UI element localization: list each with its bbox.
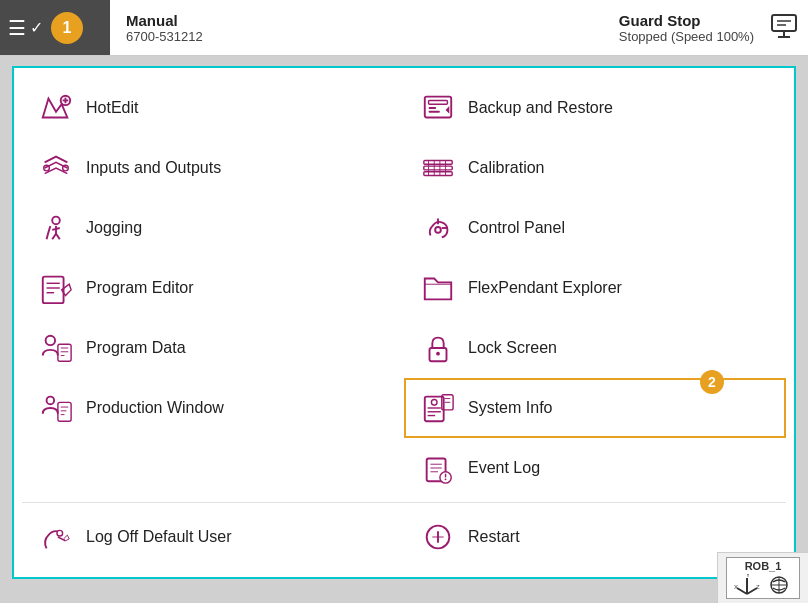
svg-point-37 xyxy=(47,397,55,405)
system-info-label: System Info xyxy=(468,399,552,417)
menu-item-program-editor[interactable]: Program Editor xyxy=(22,258,404,318)
log-off-label: Log Off Default User xyxy=(86,528,232,546)
svg-rect-10 xyxy=(429,107,437,109)
production-window-label: Production Window xyxy=(86,399,224,417)
footer: ROB_1 Y X Z xyxy=(717,552,808,603)
svg-rect-38 xyxy=(58,402,71,421)
menu-separator xyxy=(22,502,786,503)
svg-rect-31 xyxy=(58,344,71,361)
system-info-icon xyxy=(420,390,456,426)
header-status-detail: Stopped (Speed 100%) xyxy=(619,29,754,44)
header-id: 6700-531212 xyxy=(126,29,587,44)
svg-rect-25 xyxy=(43,277,64,303)
menu-item-lock-screen[interactable]: Lock Screen xyxy=(404,318,786,378)
hotedit-label: HotEdit xyxy=(86,99,138,117)
jogging-label: Jogging xyxy=(86,219,142,237)
restart-label: Restart xyxy=(468,528,520,546)
svg-point-12 xyxy=(44,165,50,171)
menu-item-hotedit[interactable]: HotEdit xyxy=(22,78,404,138)
menu-item-control-panel[interactable]: Control Panel xyxy=(404,198,786,258)
svg-point-13 xyxy=(63,165,69,171)
menu-item-system-info[interactable]: System Info 2 xyxy=(404,378,786,438)
header-guard-stop: Guard Stop xyxy=(619,12,701,29)
header-status: Guard Stop Stopped (Speed 100%) xyxy=(603,12,770,44)
menu-item-backup-restore[interactable]: Backup and Restore xyxy=(404,78,786,138)
svg-rect-0 xyxy=(772,15,796,31)
svg-rect-9 xyxy=(429,100,448,104)
production-window-icon xyxy=(38,390,74,426)
menu-item-jogging[interactable]: Jogging xyxy=(22,198,404,258)
control-panel-label: Control Panel xyxy=(468,219,565,237)
svg-text:X: X xyxy=(734,584,738,590)
event-log-label: Event Log xyxy=(468,459,540,477)
svg-text:Y: Y xyxy=(746,574,750,578)
header-info: Manual 6700-531212 xyxy=(110,12,603,44)
program-data-label: Program Data xyxy=(86,339,186,357)
svg-rect-42 xyxy=(425,397,444,422)
system-info-badge: 2 xyxy=(700,370,724,394)
control-panel-icon xyxy=(420,210,456,246)
svg-line-62 xyxy=(737,588,747,594)
header: ☰ ✓ 1 Manual 6700-531212 Guard Stop Stop… xyxy=(0,0,808,56)
header-left: ☰ ✓ 1 xyxy=(0,0,110,55)
header-mode: Manual xyxy=(126,12,587,29)
svg-point-43 xyxy=(431,400,437,406)
inputs-outputs-label: Inputs and Outputs xyxy=(86,159,221,177)
calibration-icon xyxy=(420,150,456,186)
svg-text:Z: Z xyxy=(756,584,760,590)
svg-point-57 xyxy=(57,530,63,536)
chevron-down-icon[interactable]: ✓ xyxy=(30,18,43,37)
hotedit-icon xyxy=(38,90,74,126)
robot-axes-icon: Y X Z xyxy=(733,574,761,596)
lock-screen-icon xyxy=(420,330,456,366)
program-editor-icon xyxy=(38,270,74,306)
hamburger-icon[interactable]: ☰ xyxy=(8,16,26,40)
svg-point-22 xyxy=(435,227,441,233)
rob-container: ROB_1 Y X Z xyxy=(726,557,800,599)
event-log-icon xyxy=(420,450,456,486)
robot-motion-icon xyxy=(765,574,793,596)
flexpendant-explorer-icon xyxy=(420,270,456,306)
jogging-icon xyxy=(38,210,74,246)
bottom-row: Log Off Default User Restart xyxy=(22,507,786,567)
inputs-outputs-icon xyxy=(38,150,74,186)
flexpendant-explorer-label: FlexPendant Explorer xyxy=(468,279,622,297)
lock-screen-label: Lock Screen xyxy=(468,339,557,357)
program-data-icon xyxy=(38,330,74,366)
menu-item-production-window[interactable]: Production Window xyxy=(22,378,404,438)
menu-item-program-data[interactable]: Program Data xyxy=(22,318,404,378)
rob-label: ROB_1 xyxy=(745,560,782,572)
calibration-label: Calibration xyxy=(468,159,544,177)
restart-icon xyxy=(420,519,456,555)
svg-point-21 xyxy=(52,217,60,225)
svg-point-30 xyxy=(46,336,55,345)
svg-point-53 xyxy=(445,478,447,480)
program-editor-label: Program Editor xyxy=(86,279,194,297)
main-menu: HotEdit Backup and Restore Inputs xyxy=(12,66,796,579)
backup-restore-icon xyxy=(420,90,456,126)
menu-item-inputs-outputs[interactable]: Inputs and Outputs xyxy=(22,138,404,198)
menu-item-calibration[interactable]: Calibration xyxy=(404,138,786,198)
rob-icons: Y X Z xyxy=(733,574,793,596)
menu-item-event-log[interactable]: Event Log xyxy=(404,438,786,498)
svg-rect-11 xyxy=(429,111,440,113)
user-badge[interactable]: 1 xyxy=(51,12,83,44)
menu-item-flexpendant-explorer[interactable]: FlexPendant Explorer xyxy=(404,258,786,318)
log-off-icon xyxy=(38,519,74,555)
svg-point-36 xyxy=(436,352,440,356)
network-icon xyxy=(770,11,798,45)
svg-point-51 xyxy=(440,472,451,483)
backup-restore-label: Backup and Restore xyxy=(468,99,613,117)
menu-item-log-off[interactable]: Log Off Default User xyxy=(22,507,404,567)
